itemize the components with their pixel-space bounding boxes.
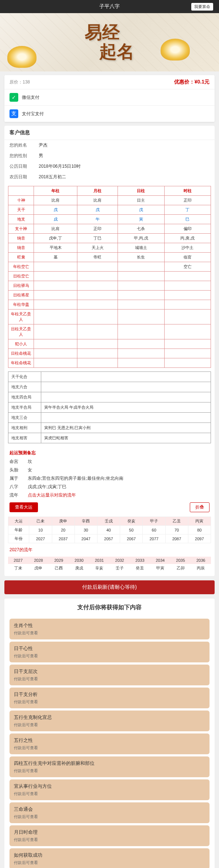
info-row: 农历日期2018五月初二 [4,172,215,182]
unlock-title: 支付后你将获得如下内容 [4,599,215,616]
top-bar: 子平八字 我要算命 [0,0,219,13]
unlock-item: 五行之性付款后可查看 [9,733,210,754]
original-price: 原价：138 [9,79,30,85]
lotus-decoration [7,46,36,68]
dayun-row: 年龄1020304050607080 [8,526,211,534]
advice-row: 头胎女 [4,466,215,474]
unlock-item: 月日时命理付款后可查看 [9,825,210,846]
unlock-item: 宜从事行业与方位付款后可查看 [9,779,210,800]
customer-info-title: 客户信息 [4,126,215,140]
bazi-row: 地支戌午寅巳 [8,215,211,224]
price-card: 原价：138 优惠价：¥0.1元 ✓ 微信支付 支 支付宝支付 [4,75,215,122]
unlock-item: 如何获取成功付款后可查看 [9,848,210,868]
header-action-button[interactable]: 我要算命 [191,3,213,11]
pay-refresh-button[interactable]: 付款后刷新(请耐心等待) [4,580,215,594]
dayun-table: 大运己未庚申辛酉壬戌癸亥甲子乙丑丙寅年龄1020304050607080年份20… [8,517,211,543]
bazi-row: 日柱命桃花 [8,349,211,358]
dayun-toggle: 查看大运 折叠 [4,499,215,515]
bazi-row: 日柱驿马 [8,281,211,291]
advice-row: 流年点击大运显示对应的流年 [4,491,215,499]
relation-row: 地支三会 [8,413,211,423]
bazi-row: 年柱命桃花 [8,358,211,368]
bazi-row: 十神比肩比肩日主正印 [8,196,211,205]
advice-row: 八字戊戌;戊午;戊寅;丁巳 [4,483,215,491]
bazi-table: 年柱月柱日柱时柱 十神比肩比肩日主正印天干戊戊戊丁地支戌午寅巳支十神比肩正印七杀… [8,186,211,368]
info-row: 您的性别男 [4,151,215,161]
relations-table: 天干化合地支六合地支四合局地支半合局寅午半合火局 午戌半合火局地支三会地支相刑寅… [8,371,211,443]
wechat-icon: ✓ [9,93,18,102]
relation-row: 地支四合局 [8,392,211,402]
info-row: 公历日期2018年06月15日10时 [4,161,215,172]
promo-price: 优惠价：¥0.1元 [174,79,210,85]
unlock-item: 五行生克制化宜忌付款后可查看 [9,711,210,731]
alipay-icon: 支 [9,109,18,118]
unlock-section: 支付后你将获得如下内容 生肖个性付款后可查看日干心性付款后可查看日干支层次付款后… [4,599,215,868]
dayun-row: 大运己未庚申辛酉壬戌癸亥甲子乙丑丙寅 [8,517,211,526]
bazi-row: 天干戊戊戊丁 [8,205,211,215]
relation-row: 天干化合 [8,372,211,382]
info-row: 您的姓名尹杰 [4,140,215,151]
banner: 易经 起名 [0,13,219,71]
liunian-table: 2027202820292030203120322033203420352036… [8,557,211,572]
unlock-item: 三命通会付款后可查看 [9,802,210,823]
bazi-row: 支十神比肩正印七杀偏印 [8,224,211,234]
unlock-item: 日干支层次付款后可查看 [9,665,210,685]
bazi-row: 纳音戊申,丁丁巳甲,丙,戊丙,庚,戊 [8,234,211,243]
pay-label: 微信支付 [22,94,39,101]
bazi-row: 犯小人 [8,339,211,349]
pay-label: 支付宝支付 [22,111,44,117]
page-title: 子平八字 [28,3,191,10]
pay-option-alipay[interactable]: 支 支付宝支付 [4,106,215,122]
relation-row: 地支半合局寅午半合火局 午戌半合火局 [8,402,211,413]
dayun-row: 年份20272037204720572067207720872097 [8,534,211,543]
bazi-row: 旺衰墓帝旺长生临官 [8,253,211,262]
relation-row: 地支六合 [8,382,211,392]
liunian-title: 2027的流年 [4,545,215,555]
bazi-row: 年柱华盖 [8,300,211,310]
banner-title: 易经 起名 [85,23,134,62]
advice-title: 起运预测备忘 [4,447,215,458]
advice-row: 属于东四命;宜住东四宅的房子最佳;最佳坐向;坐北向南 [4,474,215,483]
bazi-row: 年柱空亡空亡 [8,262,211,272]
bazi-row: 纳音平地木天上火城墙土沙中土 [8,243,211,253]
relation-row: 地支相害寅虎巳蛇相害 [8,433,211,443]
customer-info: 客户信息 您的姓名尹杰您的性别男公历日期2018年06月15日10时农历日期20… [4,126,215,576]
unlock-item: 日干支分析付款后可查看 [9,688,210,708]
relation-row: 地支相刑寅刑巳 无恩之刑,巳寅小刑 [8,423,211,433]
price-row: 原价：138 优惠价：¥0.1元 [4,75,215,89]
advice-row: 命宫坎 [4,458,215,466]
lotus-decoration [161,39,190,61]
unlock-item: 日干心性付款后可查看 [9,642,210,662]
unlock-item: 生肖个性付款后可查看 [9,619,210,639]
liunian-row: 丁未戊申己酉庚戌辛亥壬子癸丑甲寅乙卯丙辰 [8,564,211,572]
bazi-row: 日柱空亡 [8,272,211,281]
unlock-item: 四柱五行生克中对应需补的脏腑和部位付款后可查看 [9,756,210,777]
bazi-row: 年柱天乙贵人 [8,310,211,324]
expand-dayun-button[interactable]: 查看大运 [9,502,38,512]
bazi-row: 日柱将星 [8,291,211,300]
pay-option-wechat[interactable]: ✓ 微信支付 [4,89,215,106]
collapse-button[interactable]: 折叠 [190,502,210,512]
bazi-row: 日柱天乙贵人 [8,324,211,339]
liunian-row: 2027202820292030203120322033203420352036 [8,557,211,564]
